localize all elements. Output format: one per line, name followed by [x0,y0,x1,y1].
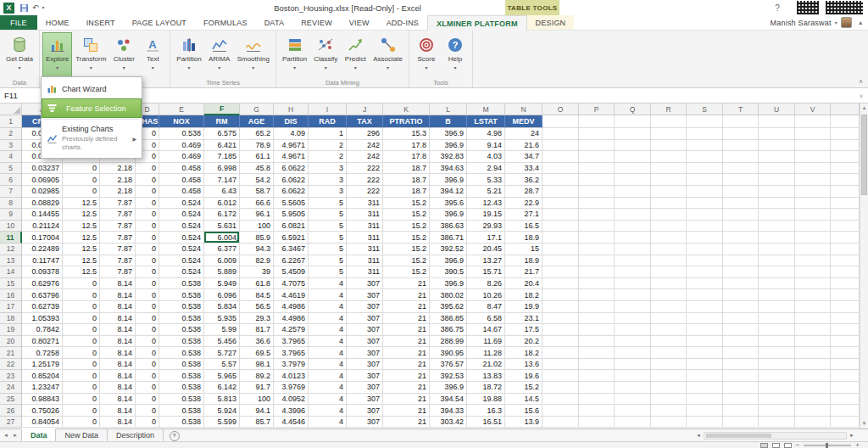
column-header-F[interactable]: F [204,104,240,115]
cell[interactable] [542,301,579,313]
cell[interactable] [687,370,723,382]
cell[interactable] [651,405,687,417]
row-header-20[interactable]: 20 [0,336,22,348]
cell[interactable] [831,186,860,198]
cell[interactable]: 222 [347,174,383,186]
cell[interactable]: 0.538 [159,278,204,290]
cell[interactable] [579,140,615,152]
cell[interactable] [723,244,759,255]
cell[interactable]: 4 [309,382,347,394]
ts-partition-button[interactable]: Partition ▾ [173,32,204,78]
menu-item-existing-charts[interactable]: Existing Charts Previously defined chart… [42,120,142,156]
cell[interactable]: 0.538 [159,301,204,313]
cell[interactable]: 15.2 [383,221,430,232]
cell[interactable]: 1.25179 [22,359,63,371]
cell[interactable]: 4.4986 [274,313,309,325]
cell[interactable] [795,301,831,313]
cell[interactable]: 0.538 [159,370,204,382]
cell[interactable]: 0.03237 [22,163,63,175]
cell[interactable] [687,417,723,428]
column-header-K[interactable]: K [383,104,430,115]
tab-design[interactable]: DESIGN [527,15,575,30]
cell[interactable] [579,313,615,325]
cell[interactable] [651,324,687,336]
row-header-10[interactable]: 10 [0,221,22,232]
cell[interactable]: 2.18 [100,186,136,198]
cell[interactable]: 4.4619 [274,289,309,301]
cell[interactable] [723,347,759,359]
cell[interactable] [615,278,651,290]
cell[interactable]: 18.2 [505,289,542,301]
cell[interactable]: 390.95 [430,347,467,359]
column-header-J[interactable]: J [347,104,383,115]
cell[interactable]: 5 [309,266,347,278]
cell[interactable]: 16.51 [467,417,505,428]
cell[interactable]: 0.538 [159,405,204,417]
cell[interactable] [723,359,759,371]
cell[interactable]: 0 [63,394,100,406]
table-header-cell[interactable]: AGE [240,115,274,128]
cell[interactable]: 21 [383,405,430,417]
cell[interactable] [723,221,759,232]
cell[interactable] [687,140,723,152]
cell[interactable]: 8.14 [100,382,136,394]
cell[interactable]: 396.9 [430,128,467,140]
column-header-E[interactable]: E [159,104,204,115]
cell[interactable]: 222 [347,163,383,175]
cell[interactable]: 21 [383,301,430,313]
cell[interactable] [542,174,579,186]
cell[interactable] [759,115,795,128]
cell[interactable] [795,198,831,210]
cell[interactable]: 5 [309,221,347,232]
cell[interactable] [579,174,615,186]
cell[interactable]: 0 [63,347,100,359]
cell[interactable] [651,289,687,301]
cell[interactable] [723,151,759,163]
cell[interactable]: 5.834 [204,301,240,313]
cell[interactable]: 222 [347,186,383,198]
cell[interactable]: 0 [136,163,159,175]
cell[interactable]: 12.5 [63,209,100,221]
column-header-Q[interactable]: Q [615,104,651,115]
cell[interactable]: 6.0622 [274,163,309,175]
horizontal-scrollbar[interactable]: ◄ ► [693,429,868,441]
cell[interactable] [795,174,831,186]
column-header-S[interactable]: S [687,104,723,115]
cell[interactable]: 6.575 [204,128,240,140]
cell[interactable] [542,186,579,198]
cell[interactable]: 0 [136,198,159,210]
cell[interactable] [651,209,687,221]
cell[interactable] [579,115,615,128]
cell[interactable]: 4 [309,313,347,325]
cell[interactable] [831,394,860,406]
table-header-cell[interactable]: B [430,115,467,128]
cell[interactable] [542,417,579,428]
cell[interactable]: 85.9 [240,232,274,244]
cell[interactable]: 307 [347,417,383,428]
help-icon[interactable]: ? [771,2,783,14]
cell[interactable] [651,382,687,394]
cell[interactable]: 0 [136,347,159,359]
cell[interactable]: 18.9 [505,255,542,267]
cell[interactable] [723,232,759,244]
cell[interactable]: 20.2 [505,336,542,348]
cell[interactable]: 12.5 [63,244,100,255]
table-header-cell[interactable]: MEDV [505,115,542,128]
cell[interactable]: 24 [505,128,542,140]
cell[interactable] [831,140,860,152]
cell[interactable]: 8.14 [100,359,136,371]
cell[interactable] [795,347,831,359]
cell[interactable] [687,244,723,255]
cell[interactable]: 390.5 [430,266,467,278]
ribbon-options-icon[interactable]: ▲ [855,20,864,25]
column-header-H[interactable]: H [274,104,309,115]
cell[interactable]: 2.18 [100,174,136,186]
cell[interactable] [831,115,860,128]
cell[interactable] [542,289,579,301]
cell[interactable]: 6.58 [467,313,505,325]
cell[interactable] [651,115,687,128]
cell[interactable] [723,174,759,186]
cell[interactable]: 0 [63,382,100,394]
column-header-M[interactable]: M [467,104,505,115]
cell[interactable]: 396.9 [430,382,467,394]
